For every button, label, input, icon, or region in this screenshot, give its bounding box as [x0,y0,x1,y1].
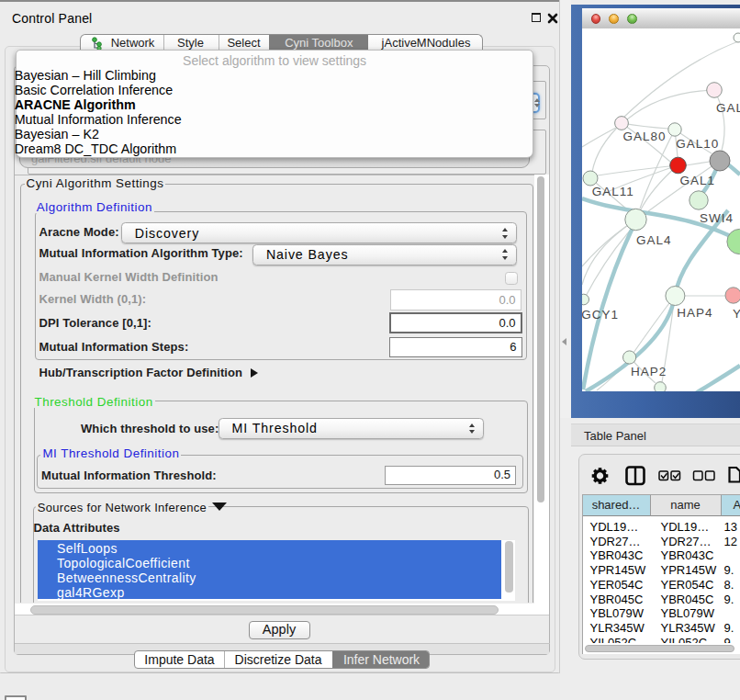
svg-text:GAL80: GAL80 [622,130,666,143]
svg-text:GAL: GAL [716,101,740,115]
svg-text:SWI4: SWI4 [700,211,734,225]
svg-text:HAP2: HAP2 [631,365,667,378]
svg-text:GAL11: GAL11 [592,185,634,198]
svg-text:GAL4: GAL4 [636,233,672,247]
svg-text:GAL1: GAL1 [679,174,715,187]
svg-text:GCY1: GCY1 [582,308,619,322]
svg-text:Y: Y [733,307,740,321]
svg-text:HAP4: HAP4 [677,306,712,320]
svg-text:GAL10: GAL10 [676,137,719,151]
